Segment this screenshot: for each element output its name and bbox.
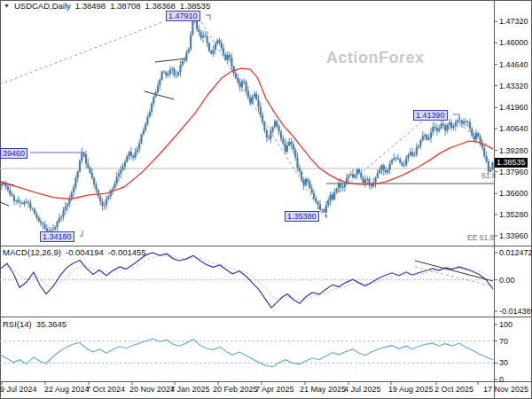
price-axis-label: 1.35280 [499, 210, 528, 219]
chart-overlay: 1.473201.460001.446401.433201.419601.406… [0, 0, 532, 399]
macd-main-value: -0.004194 [66, 247, 104, 257]
price-axis-label: 1.33960 [499, 231, 528, 240]
price-axis-label: 1.46000 [499, 38, 528, 47]
rsi-axis-label: 100 [499, 320, 512, 329]
date-axis-label: 4 Jul 2025 [344, 385, 381, 394]
date-axis-label: 7 Apr 2025 [255, 385, 294, 394]
date-axis-label: 20 Nov 2024 [129, 385, 175, 394]
rsi-value: 35.3645 [36, 319, 66, 329]
rsi-axis-label: 70 [499, 337, 508, 346]
price-tag[interactable]: 1.41390 [413, 110, 448, 121]
date-axis-label: 7 Jan 2025 [170, 385, 210, 394]
date-axis-label: 22 Aug 2024 [44, 385, 90, 394]
current-price-badge: 1.38535 [495, 158, 528, 168]
high-value: 1.38708 [110, 1, 140, 11]
date-axis-label: 7 Oct 2024 [86, 385, 125, 394]
fib-label[interactable]: 61.8 [481, 172, 497, 180]
date-axis-label: 2 Oct 2025 [434, 385, 473, 394]
date-axis-label: 9 Jul 2024 [0, 385, 37, 394]
price-axis-label: 1.44640 [499, 60, 528, 69]
price-tag[interactable]: 39460 [0, 148, 27, 159]
collapse-toggle-icon[interactable]: ▼ [4, 3, 10, 9]
price-axis-label: 1.40640 [499, 124, 528, 133]
rsi-axis-label: 30 [499, 358, 508, 367]
price-axis-label: 1.47320 [499, 17, 528, 26]
macd-indicator-label: MACD(12,26,9) -0.004194 -0.001455 [3, 247, 146, 257]
date-axis-label: 17 Nov 2025 [483, 385, 528, 394]
open-value: 1.38498 [75, 1, 106, 11]
macd-name: MACD(12,26,9) [3, 247, 61, 257]
macd-signal-value: -0.001455 [108, 247, 146, 257]
price-axis-label: 1.41960 [499, 103, 528, 112]
rsi-indicator-label: RSI(14) 35.3645 [3, 319, 66, 329]
chart-title-bar: ▼ USDCAD,Daily 1.38498 1.38708 1.38368 1… [4, 1, 210, 11]
price-tag[interactable]: 1.34180 [40, 231, 74, 242]
price-axis-label: 1.36600 [499, 189, 528, 198]
close-value: 1.38535 [180, 1, 210, 11]
price-axis-label: 1.37960 [499, 168, 528, 176]
macd-axis-label: 0.00 [499, 276, 515, 285]
price-axis-label: 1.39280 [499, 146, 528, 155]
price-tag[interactable]: 1.35380 [285, 211, 319, 222]
low-value: 1.38368 [145, 1, 176, 11]
date-axis-label: 19 Aug 2025 [388, 385, 434, 394]
fib-label[interactable]: EE 61.8 [467, 234, 494, 242]
macd-axis-label: 0.012472 [499, 248, 532, 257]
date-axis-label: 21 May 2025 [300, 385, 346, 394]
price-axis-label: 1.43320 [499, 82, 528, 90]
macd-axis-label: -0.014389 [499, 307, 532, 316]
chart-window: ActionForex 1.473201.460001.446401.43320… [0, 0, 532, 399]
date-axis-label: 20 Feb 2025 [213, 385, 258, 394]
price-tag[interactable]: 1.47910 [166, 11, 200, 21]
rsi-axis-label: 0 [499, 375, 504, 384]
rsi-name: RSI(14) [3, 319, 32, 329]
symbol-timeframe-label: USDCAD,Daily [14, 1, 71, 11]
